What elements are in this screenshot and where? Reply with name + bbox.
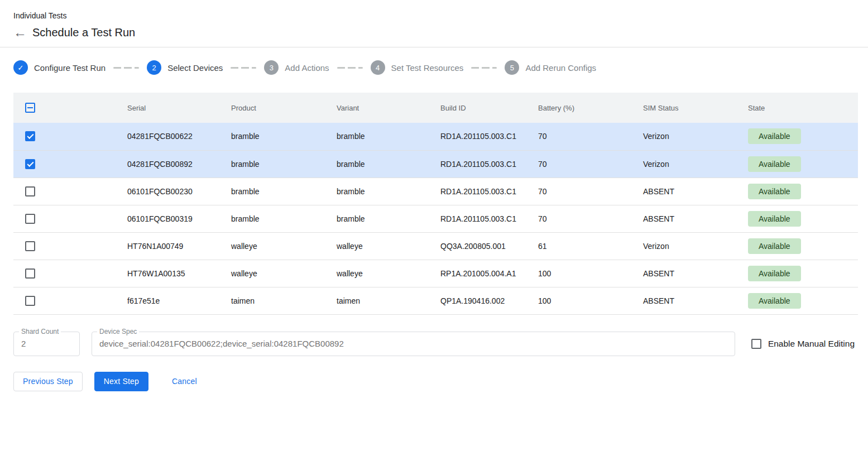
stepper-step-5[interactable]: 5Add Rerun Configs bbox=[505, 60, 596, 75]
cell-sim-status: ABSENT bbox=[639, 205, 744, 232]
cell-state: Available bbox=[744, 150, 858, 178]
row-checkbox[interactable] bbox=[25, 186, 35, 196]
column-header-build-id: Build ID bbox=[436, 93, 534, 123]
stepper: ✓Configure Test Run2Select Devices3Add A… bbox=[0, 47, 868, 84]
device-table: SerialProductVariantBuild IDBattery (%)S… bbox=[13, 93, 858, 315]
row-checkbox-cell bbox=[13, 123, 123, 150]
row-checkbox-cell bbox=[13, 150, 123, 178]
cell-battery: 70 bbox=[534, 205, 639, 232]
row-checkbox-cell bbox=[13, 232, 123, 260]
cell-battery: 70 bbox=[534, 123, 639, 150]
breadcrumb: Individual Tests bbox=[13, 11, 855, 20]
stepper-step-4[interactable]: 4Set Test Resources bbox=[371, 60, 464, 75]
cell-product: walleye bbox=[227, 232, 332, 260]
cell-build-id: RD1A.201105.003.C1 bbox=[436, 150, 534, 178]
cell-variant: bramble bbox=[332, 150, 436, 178]
device-spec-value: device_serial:04281FQCB00622;device_seri… bbox=[99, 339, 344, 348]
cell-build-id: QQ3A.200805.001 bbox=[436, 232, 534, 260]
next-step-button[interactable]: Next Step bbox=[94, 372, 148, 391]
row-checkbox[interactable] bbox=[25, 241, 35, 251]
table-row[interactable]: 06101FQCB00319bramblebrambleRD1A.201105.… bbox=[13, 205, 858, 232]
column-header-state: State bbox=[744, 93, 858, 123]
cell-serial: f617e51e bbox=[123, 287, 227, 314]
step-number: 4 bbox=[371, 60, 385, 75]
cell-build-id: RD1A.201105.003.C1 bbox=[436, 178, 534, 205]
stepper-step-2[interactable]: 2Select Devices bbox=[147, 60, 223, 75]
cell-serial: HT76W1A00135 bbox=[123, 260, 227, 287]
step-label: Add Rerun Configs bbox=[525, 63, 596, 73]
cell-serial: 04281FQCB00892 bbox=[123, 150, 227, 178]
previous-step-button[interactable]: Previous Step bbox=[13, 372, 83, 391]
step-label: Add Actions bbox=[285, 63, 329, 73]
page-header: Individual Tests ← Schedule a Test Run bbox=[0, 0, 868, 39]
state-badge: Available bbox=[748, 238, 801, 254]
page-title: Schedule a Test Run bbox=[32, 26, 135, 39]
stepper-step-1[interactable]: ✓Configure Test Run bbox=[13, 60, 105, 75]
back-arrow-icon[interactable]: ← bbox=[13, 26, 32, 39]
cell-product: bramble bbox=[227, 150, 332, 178]
device-spec-label: Device Spec bbox=[97, 328, 139, 335]
cell-sim-status: Verizon bbox=[639, 150, 744, 178]
cell-product: bramble bbox=[227, 123, 332, 150]
device-spec-field[interactable]: Device Spec device_serial:04281FQCB00622… bbox=[92, 332, 735, 356]
cell-build-id: QP1A.190416.002 bbox=[436, 287, 534, 314]
cell-build-id: RP1A.201005.004.A1 bbox=[436, 260, 534, 287]
cell-variant: walleye bbox=[332, 260, 436, 287]
cell-serial: 06101FQCB00319 bbox=[123, 205, 227, 232]
table-row[interactable]: f617e51etaimentaimenQP1A.190416.002100AB… bbox=[13, 287, 858, 314]
cell-product: bramble bbox=[227, 205, 332, 232]
row-checkbox[interactable] bbox=[25, 131, 35, 141]
column-header-serial: Serial bbox=[123, 93, 227, 123]
state-badge: Available bbox=[748, 293, 801, 309]
enable-manual-editing[interactable]: Enable Manual Editing bbox=[751, 339, 855, 349]
cell-serial: 04281FQCB00622 bbox=[123, 123, 227, 150]
table-row[interactable]: HT76W1A00135walleyewalleyeRP1A.201005.00… bbox=[13, 260, 858, 287]
row-checkbox-cell bbox=[13, 178, 123, 205]
shard-count-label: Shard Count bbox=[19, 328, 61, 335]
cell-sim-status: ABSENT bbox=[639, 260, 744, 287]
cancel-button[interactable]: Cancel bbox=[167, 372, 202, 391]
state-badge: Available bbox=[748, 211, 801, 227]
cell-battery: 70 bbox=[534, 150, 639, 178]
cell-state: Available bbox=[744, 260, 858, 287]
cell-product: walleye bbox=[227, 260, 332, 287]
table-row[interactable]: 04281FQCB00622bramblebrambleRD1A.201105.… bbox=[13, 123, 858, 150]
device-spec-form: Shard Count 2 Device Spec device_serial:… bbox=[13, 332, 855, 356]
column-header-variant: Variant bbox=[332, 93, 436, 123]
cell-variant: bramble bbox=[332, 178, 436, 205]
table-row[interactable]: HT76N1A00749walleyewalleyeQQ3A.200805.00… bbox=[13, 232, 858, 260]
step-connector bbox=[231, 67, 256, 69]
enable-manual-editing-checkbox[interactable] bbox=[751, 339, 761, 349]
column-header-battery-: Battery (%) bbox=[534, 93, 639, 123]
select-all-checkbox[interactable] bbox=[25, 103, 35, 113]
step-connector bbox=[113, 67, 139, 69]
cell-state: Available bbox=[744, 287, 858, 314]
cell-build-id: RD1A.201105.003.C1 bbox=[436, 205, 534, 232]
cell-serial: 06101FQCB00230 bbox=[123, 178, 227, 205]
cell-battery: 100 bbox=[534, 260, 639, 287]
row-checkbox-cell bbox=[13, 260, 123, 287]
state-badge: Available bbox=[748, 184, 801, 199]
table-row[interactable]: 04281FQCB00892bramblebrambleRD1A.201105.… bbox=[13, 150, 858, 178]
cell-sim-status: ABSENT bbox=[639, 178, 744, 205]
stepper-step-3[interactable]: 3Add Actions bbox=[264, 60, 329, 75]
cell-battery: 100 bbox=[534, 287, 639, 314]
shard-count-field[interactable]: Shard Count 2 bbox=[13, 332, 80, 356]
table-row[interactable]: 06101FQCB00230bramblebrambleRD1A.201105.… bbox=[13, 178, 858, 205]
state-badge: Available bbox=[748, 156, 801, 172]
state-badge: Available bbox=[748, 128, 801, 144]
step-label: Set Test Resources bbox=[391, 63, 464, 73]
cell-product: taimen bbox=[227, 287, 332, 314]
shard-count-value: 2 bbox=[21, 339, 26, 348]
cell-variant: walleye bbox=[332, 232, 436, 260]
row-checkbox[interactable] bbox=[25, 296, 35, 306]
cell-variant: bramble bbox=[332, 205, 436, 232]
row-checkbox[interactable] bbox=[25, 159, 35, 169]
cell-serial: HT76N1A00749 bbox=[123, 232, 227, 260]
row-checkbox-cell bbox=[13, 205, 123, 232]
row-checkbox[interactable] bbox=[25, 214, 35, 224]
cell-variant: taimen bbox=[332, 287, 436, 314]
row-checkbox[interactable] bbox=[25, 268, 35, 279]
action-buttons: Previous Step Next Step Cancel bbox=[13, 372, 855, 391]
cell-state: Available bbox=[744, 123, 858, 150]
